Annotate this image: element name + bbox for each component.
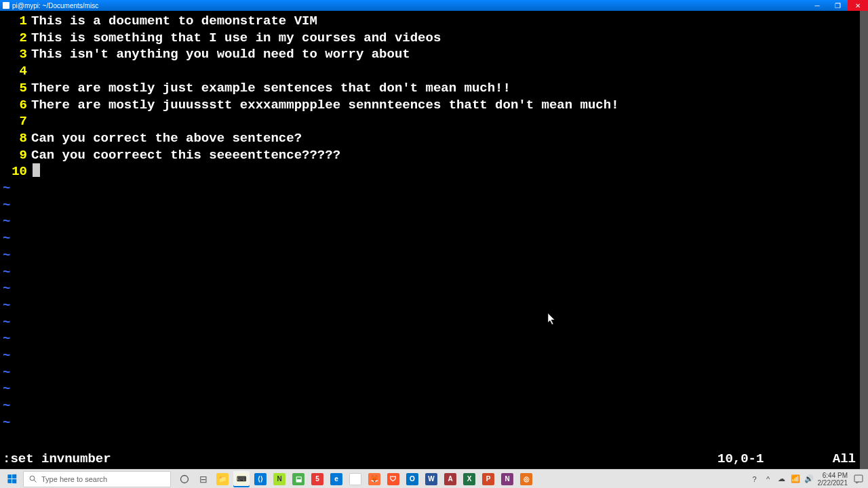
windows-logo-icon [7,474,16,484]
edge-button[interactable]: e [328,471,344,487]
line-number: 10 [0,163,31,180]
tray-volume-icon[interactable]: 🔊 [804,474,814,484]
tray-help-icon[interactable]: ? [750,474,760,484]
maximize-button[interactable]: ❐ [827,0,848,11]
taskbar-clock[interactable]: 6:44 PM 2/22/2021 [818,472,848,487]
vim-position: 10,0-1 [717,451,826,468]
powerpoint-icon: P [482,473,494,485]
line-text: There are mostly just example sentences … [31,80,511,97]
app-icon [3,2,9,9]
cortana-button[interactable]: ⊟ [195,471,212,487]
line-number: 9 [0,147,31,164]
line-text: Can you correct the above sentence? [31,130,302,147]
line-text: This is something that I use in my cours… [31,30,441,47]
word-icon: W [425,473,437,485]
svg-point-2 [181,475,189,483]
text-cursor [33,163,40,177]
notification-icon [854,474,863,484]
file-explorer-button[interactable]: 📁 [214,471,231,487]
line-number: 7 [0,113,31,130]
access-button[interactable]: A [442,471,458,487]
app-icon-1: ⬓ [292,473,304,485]
editor-line[interactable]: 9Can you coorreect this seeeenttence????… [0,147,868,164]
tray-network-icon[interactable]: 📶 [791,474,800,484]
editor-line[interactable]: 4 [0,63,868,80]
line-text: There are mostly juuussstt exxxammppplee… [31,97,619,114]
window-titlebar[interactable]: pi@mypi: ~/Documents/misc ─ ❐ ✕ [0,0,868,11]
start-button[interactable] [0,470,23,489]
chrome-button[interactable]: ◉ [347,471,363,487]
taskbar[interactable]: Type here to search ⊟ 📁 ⌨ ⟨⟩ N ⬓ 5 e ◉ 🦊… [0,469,868,488]
empty-line-tilde: ~ [0,281,868,298]
chrome-icon: ◉ [349,473,361,485]
app-button-1[interactable]: ⬓ [290,471,307,487]
empty-line-tilde: ~ [0,247,868,264]
app-button-2[interactable]: 5 [309,471,326,487]
terminal[interactable]: 1This is a document to demonstrate VIM2T… [0,11,868,469]
editor-line[interactable]: 3This isn't anything you would need to w… [0,46,868,63]
taskbar-search[interactable]: Type here to search [23,471,171,487]
line-number: 1 [0,13,31,30]
task-view-button[interactable] [176,471,193,487]
tray-onedrive-icon[interactable]: ☁ [777,474,787,484]
line-number: 5 [0,80,31,97]
putty-icon: ⌨ [235,473,248,485]
folder-icon: 📁 [216,473,229,485]
empty-line-tilde: ~ [0,415,868,432]
vscode-icon: ⟨⟩ [254,473,267,485]
search-placeholder: Type here to search [41,475,107,483]
word-button[interactable]: W [423,471,439,487]
clock-time: 6:44 PM [818,472,848,479]
clock-date: 2/22/2021 [818,479,848,487]
line-number: 6 [0,97,31,114]
window-title: pi@mypi: ~/Documents/misc [12,2,98,9]
vim-percent: All [826,451,860,468]
vim-statusbar: :set invnumber 10,0-1 All [0,451,860,469]
excel-button[interactable]: X [461,471,477,487]
minimize-button[interactable]: ─ [807,0,827,11]
line-number: 2 [0,30,31,47]
outlook-button[interactable]: O [404,471,420,487]
editor-line[interactable]: 2This is something that I use in my cour… [0,30,868,47]
svg-line-1 [34,480,36,482]
notepadpp-icon: N [273,473,285,485]
outlook-icon: O [406,473,418,485]
empty-line-tilde: ~ [0,314,868,331]
scrollbar-thumb[interactable] [860,11,868,469]
line-number: 8 [0,130,31,147]
empty-line-tilde: ~ [0,381,868,398]
search-icon [29,475,37,483]
tray-chevron-icon[interactable]: ^ [764,474,773,484]
editor-line[interactable]: 1This is a document to demonstrate VIM [0,13,868,30]
onenote-button[interactable]: N [499,471,515,487]
brave-button[interactable]: 🛡 [385,471,401,487]
empty-line-tilde: ~ [0,348,868,365]
editor-line[interactable]: 5There are mostly just example sentences… [0,80,868,97]
firefox-icon: 🦊 [368,473,380,485]
svg-rect-3 [854,475,863,482]
notepadpp-button[interactable]: N [271,471,288,487]
notification-button[interactable] [852,472,865,486]
vim-command: :set invnumber [3,451,717,468]
vscode-button[interactable]: ⟨⟩ [252,471,269,487]
empty-line-tilde: ~ [0,197,868,214]
editor-line[interactable]: 6There are mostly juuussstt exxxammppple… [0,97,868,114]
camtasia-icon: ◎ [520,473,532,485]
powerpoint-button[interactable]: P [480,471,496,487]
editor-line[interactable]: 10 [0,163,868,180]
line-text: This isn't anything you would need to wo… [31,46,410,63]
edge-icon: e [330,473,342,485]
putty-taskbar-button[interactable]: ⌨ [233,471,250,487]
excel-icon: X [463,473,475,485]
firefox-button[interactable]: 🦊 [366,471,382,487]
camtasia-button[interactable]: ◎ [518,471,534,487]
empty-line-tilde: ~ [0,230,868,247]
editor-line[interactable]: 7 [0,113,868,130]
empty-line-tilde: ~ [0,214,868,230]
terminal-scrollbar[interactable] [860,11,868,469]
close-button[interactable]: ✕ [848,0,868,11]
editor-line[interactable]: 8Can you correct the above sentence? [0,130,868,147]
empty-line-tilde: ~ [0,298,868,314]
empty-line-tilde: ~ [0,398,868,415]
line-text: This is a document to demonstrate VIM [31,13,317,30]
